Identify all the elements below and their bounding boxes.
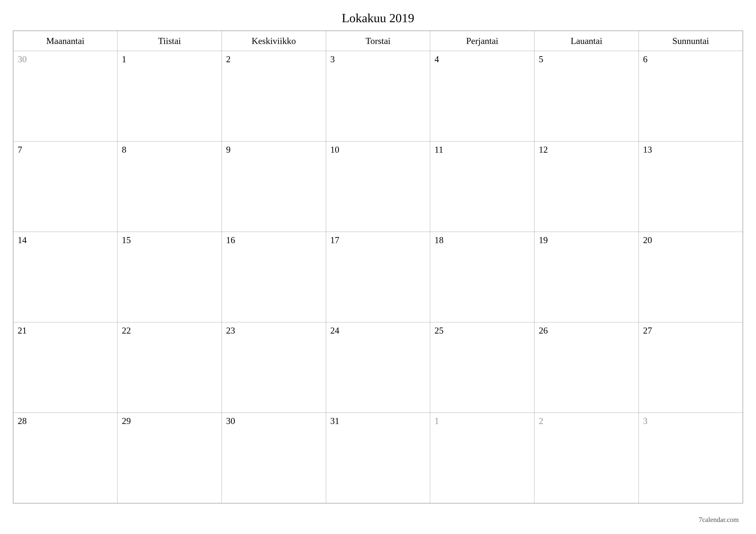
calendar-day-cell: 16 — [222, 232, 326, 322]
watermark-text: 7calendar.com — [699, 516, 739, 524]
calendar-week-row: 14 15 16 17 18 19 20 — [13, 232, 743, 322]
calendar-grid: Maanantai Tiistai Keskiviikko Torstai Pe… — [13, 31, 743, 503]
calendar-day-cell: 8 — [118, 141, 222, 232]
weekday-header: Lauantai — [534, 31, 639, 51]
calendar-day-cell: 25 — [430, 322, 534, 413]
calendar-day-cell: 5 — [534, 51, 639, 141]
weekday-header-row: Maanantai Tiistai Keskiviikko Torstai Pe… — [13, 31, 743, 51]
calendar-day-cell: 15 — [118, 232, 222, 322]
weekday-header: Maanantai — [13, 31, 118, 51]
calendar-day-cell: 12 — [534, 141, 639, 232]
calendar-day-cell: 26 — [534, 322, 639, 413]
calendar-day-cell: 9 — [222, 141, 326, 232]
weekday-header: Perjantai — [430, 31, 534, 51]
calendar-day-cell: 1 — [430, 413, 534, 503]
calendar-day-cell: 29 — [118, 413, 222, 503]
weekday-header: Keskiviikko — [222, 31, 326, 51]
calendar-day-cell: 19 — [534, 232, 639, 322]
calendar-week-row: 21 22 23 24 25 26 27 — [13, 322, 743, 413]
calendar-body: 30 1 2 3 4 5 6 7 8 9 10 11 12 13 14 15 1… — [13, 51, 743, 503]
calendar-day-cell: 13 — [638, 141, 743, 232]
calendar-day-cell: 4 — [430, 51, 534, 141]
calendar-day-cell: 2 — [534, 413, 639, 503]
calendar-day-cell: 23 — [222, 322, 326, 413]
calendar-day-cell: 18 — [430, 232, 534, 322]
calendar-day-cell: 3 — [326, 51, 430, 141]
calendar-day-cell: 3 — [638, 413, 743, 503]
calendar-day-cell: 24 — [326, 322, 430, 413]
calendar-title: Lokakuu 2019 — [13, 11, 743, 25]
calendar-day-cell: 28 — [13, 413, 118, 503]
calendar-day-cell: 21 — [13, 322, 118, 413]
calendar-day-cell: 17 — [326, 232, 430, 322]
weekday-header: Sunnuntai — [638, 31, 743, 51]
calendar-day-cell: 20 — [638, 232, 743, 322]
weekday-header: Tiistai — [118, 31, 222, 51]
calendar-day-cell: 6 — [638, 51, 743, 141]
calendar-day-cell: 27 — [638, 322, 743, 413]
calendar-week-row: 30 1 2 3 4 5 6 — [13, 51, 743, 141]
calendar-day-cell: 14 — [13, 232, 118, 322]
calendar-day-cell: 30 — [13, 51, 118, 141]
calendar-week-row: 7 8 9 10 11 12 13 — [13, 141, 743, 232]
calendar-day-cell: 11 — [430, 141, 534, 232]
calendar-week-row: 28 29 30 31 1 2 3 — [13, 413, 743, 503]
calendar-day-cell: 1 — [118, 51, 222, 141]
calendar-day-cell: 10 — [326, 141, 430, 232]
calendar-day-cell: 31 — [326, 413, 430, 503]
weekday-header: Torstai — [326, 31, 430, 51]
calendar-day-cell: 7 — [13, 141, 118, 232]
calendar-day-cell: 22 — [118, 322, 222, 413]
calendar-day-cell: 30 — [222, 413, 326, 503]
calendar-day-cell: 2 — [222, 51, 326, 141]
